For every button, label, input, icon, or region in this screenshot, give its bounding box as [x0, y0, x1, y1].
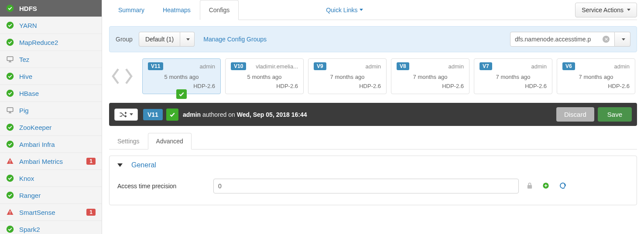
- manage-config-groups-link[interactable]: Manage Config Groups: [203, 36, 267, 43]
- alert-badge: 1: [86, 158, 96, 165]
- version-card-v6[interactable]: V6admin7 months agoHDP-2.6: [557, 58, 635, 94]
- version-user: admin: [614, 63, 630, 70]
- tab-summary[interactable]: Summary: [109, 0, 154, 20]
- sidebar-item-ambari-infra[interactable]: Ambari Infra: [0, 136, 102, 153]
- sidebar-item-spark2[interactable]: Spark2: [0, 221, 102, 234]
- sidebar-item-hive[interactable]: Hive: [0, 68, 102, 85]
- sidebar-item-label: Ambari Infra: [19, 141, 55, 148]
- caret-down-icon: [186, 38, 190, 41]
- version-nav-arrows: [109, 58, 135, 94]
- sidebar-item-ambari-metrics[interactable]: Ambari Metrics1: [0, 153, 102, 170]
- group-selected-button[interactable]: Default (1): [139, 32, 180, 47]
- current-version-badge: V11: [143, 109, 163, 120]
- version-card-v7[interactable]: V7admin7 months agoHDP-2.6: [474, 58, 552, 94]
- config-subtabs: Settings Advanced: [109, 133, 637, 149]
- sidebar-item-knox[interactable]: Knox: [0, 170, 102, 187]
- sidebar-item-zookeeper[interactable]: ZooKeeper: [0, 119, 102, 136]
- version-user: admin: [531, 63, 547, 70]
- collapse-icon: [117, 163, 123, 167]
- version-applied-icon: [166, 109, 178, 121]
- panel-header-general[interactable]: General: [110, 156, 637, 174]
- sidebar-item-label: Ambari Metrics: [19, 158, 63, 165]
- sidebar-item-label: Ranger: [19, 192, 41, 199]
- override-add-icon[interactable]: [542, 182, 549, 190]
- alert-badge: 1: [86, 209, 96, 216]
- sidebar-item-mapreduce2[interactable]: MapReduce2: [0, 34, 102, 51]
- version-user: vladimir.emelia...: [256, 63, 298, 70]
- version-time: 5 months ago: [148, 74, 215, 80]
- authored-text: admin authored on Wed, Sep 05, 2018 16:4…: [183, 111, 307, 118]
- general-panel: General Access time precision: [109, 156, 637, 205]
- sidebar-item-label: Spark2: [19, 226, 40, 233]
- save-button[interactable]: Save: [598, 107, 632, 122]
- svg-rect-14: [10, 214, 10, 214]
- sidebar-item-label: Hive: [19, 73, 32, 80]
- version-time: 5 months ago: [231, 74, 298, 80]
- service-actions-button[interactable]: Service Actions: [575, 3, 637, 17]
- version-badge: V9: [314, 62, 326, 70]
- config-filter-input[interactable]: [510, 32, 615, 47]
- discard-button[interactable]: Discard: [556, 107, 594, 122]
- version-card-v8[interactable]: V8admin7 months agoHDP-2.6: [391, 58, 469, 94]
- svg-rect-3: [7, 57, 13, 61]
- status-icon: [6, 208, 14, 216]
- svg-rect-13: [10, 211, 10, 213]
- status-icon: [6, 89, 14, 97]
- sidebar-item-label: MapReduce2: [19, 39, 58, 46]
- version-user: admin: [366, 63, 381, 70]
- svg-point-11: [7, 175, 14, 182]
- status-icon: [6, 4, 14, 12]
- filter-dropdown-toggle[interactable]: [615, 32, 630, 47]
- version-card-v11[interactable]: V11admin5 months agoHDP-2.6: [142, 58, 221, 94]
- undo-icon[interactable]: [559, 182, 567, 190]
- subtab-settings[interactable]: Settings: [109, 133, 148, 149]
- sidebar-item-smartsense[interactable]: SmartSense1: [0, 204, 102, 221]
- version-badge: V11: [148, 62, 163, 70]
- config-property-row: Access time precision: [110, 174, 637, 198]
- version-action-bar: V11 admin authored on Wed, Sep 05, 2018 …: [109, 103, 637, 126]
- sidebar-item-label: YARN: [19, 22, 37, 29]
- group-dropdown-toggle[interactable]: [180, 32, 195, 47]
- version-stack: HDP-2.6: [231, 83, 298, 89]
- subtab-advanced[interactable]: Advanced: [148, 133, 192, 149]
- status-icon: [6, 55, 14, 63]
- sidebar-item-label: Pig: [19, 107, 29, 114]
- tab-configs[interactable]: Configs: [200, 0, 239, 20]
- svg-point-8: [7, 141, 14, 148]
- version-badge: V8: [397, 62, 409, 70]
- property-value-input[interactable]: [213, 179, 519, 193]
- compare-versions-button[interactable]: [114, 109, 138, 121]
- config-group-toolbar: Group Default (1) Manage Config Groups ✕: [109, 26, 637, 52]
- version-stack: HDP-2.6: [397, 83, 464, 89]
- lock-icon[interactable]: [527, 182, 533, 190]
- version-badge: V7: [480, 62, 492, 70]
- version-badge: V6: [562, 62, 575, 70]
- status-icon: [6, 123, 14, 131]
- quick-links-dropdown[interactable]: Quick Links: [326, 7, 363, 14]
- svg-rect-10: [10, 163, 10, 163]
- version-user: admin: [200, 63, 215, 70]
- sidebar-item-yarn[interactable]: YARN: [0, 17, 102, 34]
- sidebar-item-label: HDFS: [19, 5, 37, 12]
- svg-rect-9: [10, 160, 10, 162]
- service-sidebar: HDFSYARNMapReduce2TezHiveHBasePigZooKeep…: [0, 0, 102, 234]
- status-icon: [6, 174, 14, 182]
- property-actions: [527, 182, 567, 190]
- chevron-left-icon[interactable]: [109, 66, 122, 86]
- clear-filter-icon[interactable]: ✕: [603, 36, 610, 43]
- version-card-v9[interactable]: V9admin7 months agoHDP-2.6: [308, 58, 387, 94]
- sidebar-item-pig[interactable]: Pig: [0, 102, 102, 119]
- version-badge: V10: [231, 62, 246, 70]
- sidebar-item-hdfs[interactable]: HDFS: [0, 0, 102, 17]
- panel-title: General: [131, 161, 156, 169]
- sidebar-item-hbase[interactable]: HBase: [0, 85, 102, 102]
- tab-heatmaps[interactable]: Heatmaps: [154, 0, 200, 20]
- sidebar-item-ranger[interactable]: Ranger: [0, 187, 102, 204]
- main-content: Summary Heatmaps Configs Quick Links Ser…: [102, 0, 644, 234]
- top-tab-bar: Summary Heatmaps Configs Quick Links Ser…: [109, 0, 637, 20]
- version-card-v10[interactable]: V10vladimir.emelia...5 months agoHDP-2.6: [225, 58, 304, 94]
- sidebar-item-tez[interactable]: Tez: [0, 51, 102, 68]
- property-label: Access time precision: [117, 183, 213, 190]
- version-time: 7 months ago: [397, 74, 464, 80]
- chevron-right-icon[interactable]: [122, 66, 135, 86]
